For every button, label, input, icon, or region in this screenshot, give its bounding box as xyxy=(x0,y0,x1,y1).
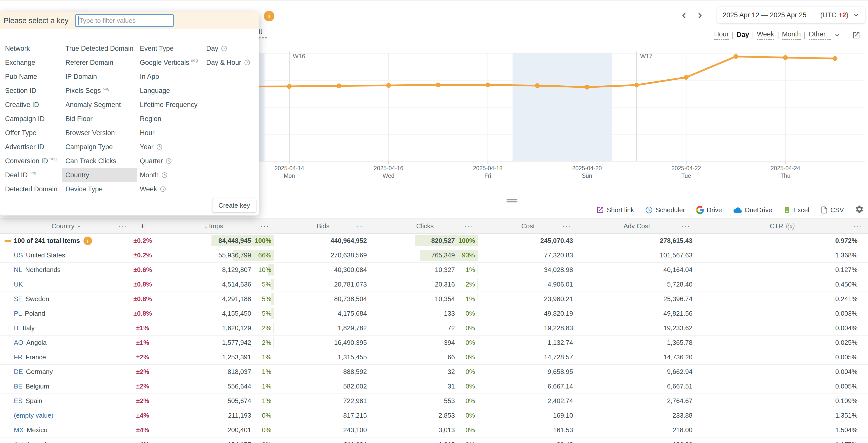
key-item-google-verticals[interactable]: Google Verticalsseg xyxy=(136,56,202,70)
data-point[interactable] xyxy=(535,83,540,88)
key-item-day[interactable]: Day xyxy=(203,41,254,56)
info-icon[interactable]: i xyxy=(84,237,92,245)
table-row[interactable]: DEGermany±2%818,0371%888,592320%9,658.95… xyxy=(0,365,868,379)
data-point[interactable] xyxy=(436,82,440,87)
key-item-event-type[interactable]: Event Type xyxy=(136,41,202,56)
table-total-row[interactable]: 100 of 241 total itemsi±0.2%84,448,94510… xyxy=(0,234,868,248)
key-item-lifetime-frequency[interactable]: Lifetime Frequency xyxy=(136,98,202,112)
gear-icon[interactable] xyxy=(855,205,864,215)
table-row[interactable]: USUnited States±0.2%55,936,79966%270,638… xyxy=(0,248,868,263)
data-point[interactable] xyxy=(684,75,689,79)
key-item-exchange[interactable]: Exchange xyxy=(1,56,61,70)
column-menu-icon[interactable]: ··· xyxy=(464,222,473,230)
key-item-bid-floor[interactable]: Bid Floor xyxy=(62,112,137,126)
key-item-section-id[interactable]: Section ID xyxy=(1,83,61,98)
key-item-campaign-type[interactable]: Campaign Type xyxy=(62,140,137,154)
key-item-week[interactable]: Week xyxy=(136,182,202,196)
open-in-new-icon[interactable] xyxy=(852,31,861,39)
data-point[interactable] xyxy=(485,82,490,87)
short-link-button[interactable]: Short link xyxy=(596,206,634,214)
column-header-cost[interactable]: Cost··· xyxy=(479,219,577,233)
granularity-hour[interactable]: Hour xyxy=(714,30,729,40)
key-filter-input[interactable] xyxy=(75,14,174,27)
key-item-can-track-clicks[interactable]: Can Track Clicks xyxy=(62,154,137,168)
column-menu-icon[interactable]: ··· xyxy=(356,222,365,230)
granularity-week[interactable]: Week xyxy=(757,30,774,40)
key-item-region[interactable]: Region xyxy=(136,112,202,126)
table-row[interactable]: FRFrance±2%1,253,3911%1,315,455660%14,72… xyxy=(0,350,868,365)
key-item-conversion-id[interactable]: Conversion IDseg xyxy=(1,154,61,168)
table-row[interactable]: MXMexico±4%200,4010%243,1003,0130%161.53… xyxy=(0,423,868,438)
key-item-day-hour[interactable]: Day & Hour xyxy=(203,56,254,70)
key-item-pub-name[interactable]: Pub Name xyxy=(1,70,61,83)
data-point[interactable] xyxy=(634,82,639,88)
data-point[interactable] xyxy=(336,83,341,88)
data-point[interactable] xyxy=(287,84,292,89)
key-item-month[interactable]: Month xyxy=(136,168,202,182)
key-item-language[interactable]: Language xyxy=(136,83,202,98)
data-point[interactable] xyxy=(833,56,837,61)
column-header-imps[interactable]: ↓Imps··· xyxy=(152,219,275,233)
key-item-network[interactable]: Network xyxy=(1,41,61,56)
table-row[interactable]: SESweden±0.8%4,291,1885%80,738,50410,354… xyxy=(0,292,868,306)
column-menu-icon[interactable]: ··· xyxy=(682,222,690,230)
key-item-advertiser-id[interactable]: Advertiser ID xyxy=(1,140,61,154)
key-item-offer-type[interactable]: Offer Type xyxy=(1,126,61,140)
key-item-anomaly-segment[interactable]: Anomaly Segment xyxy=(62,98,137,112)
key-item-creative-id[interactable]: Creative ID xyxy=(1,98,61,112)
key-item-quarter[interactable]: Quarter xyxy=(136,154,202,168)
column-header-bids[interactable]: Bids··· xyxy=(275,219,371,233)
data-point[interactable] xyxy=(386,83,391,88)
table-row[interactable]: (empty value)±4%211,1930%817,2152,8530%1… xyxy=(0,408,868,423)
table-row[interactable]: UK±0.8%4,514,6365%20,781,07320,3162%4,90… xyxy=(0,277,868,292)
key-item-device-type[interactable]: Device Type xyxy=(62,182,137,196)
excel-button[interactable]: Excel xyxy=(783,206,809,214)
granularity-month[interactable]: Month xyxy=(782,30,801,40)
date-range-picker[interactable]: 2025 Apr 12 — 2025 Apr 25 (UTC +2) xyxy=(717,7,865,23)
table-row[interactable]: AUAustralia±4%154,1570%311,9241,8150%89.… xyxy=(0,438,868,443)
table-row[interactable]: ESSpain±2%505,6741%722,9815530%2,402.742… xyxy=(0,394,868,408)
collapse-dash-icon[interactable] xyxy=(4,240,11,242)
table-row[interactable]: ITItaly±1%1,620,1292%1,829,782720%19,228… xyxy=(0,321,868,336)
next-range-button[interactable] xyxy=(694,10,706,21)
data-point[interactable] xyxy=(783,55,788,60)
key-item-year[interactable]: Year xyxy=(136,140,202,154)
table-row[interactable]: PLPoland±0.8%4,155,4505%4,175,6841330%49… xyxy=(0,306,868,321)
table-row[interactable]: BEBelgium±2%556,6441%582,002310%6,667.14… xyxy=(0,379,868,394)
key-item-country[interactable]: Country xyxy=(62,168,137,182)
key-item-detected-domain[interactable]: Detected Domain xyxy=(1,182,61,196)
drive-button[interactable]: Drive xyxy=(696,206,722,214)
csv-button[interactable]: CSV xyxy=(820,206,844,214)
scheduler-button[interactable]: Scheduler xyxy=(645,206,685,214)
onedrive-button[interactable]: OneDrive xyxy=(733,205,772,214)
key-item-browser-version[interactable]: Browser Version xyxy=(62,126,137,140)
column-header-ctr[interactable]: CTRf(x)··· xyxy=(696,219,868,233)
key-item-referer-domain[interactable]: Referer Domain xyxy=(62,56,137,70)
column-header-country[interactable]: Country⌄··· xyxy=(0,219,133,233)
table-row[interactable]: NLNetherlands±0.6%8,129,80710%40,300,084… xyxy=(0,263,868,277)
add-column-button[interactable]: + xyxy=(133,219,152,233)
column-menu-icon[interactable]: ··· xyxy=(853,222,862,230)
key-item-true-detected-domain[interactable]: True Detected Domain xyxy=(62,41,137,56)
column-menu-icon[interactable]: ··· xyxy=(260,222,269,230)
column-menu-icon[interactable]: ··· xyxy=(562,222,571,230)
granularity-other[interactable]: Other... xyxy=(809,30,831,40)
key-item-deal-id[interactable]: Deal IDseg xyxy=(1,168,61,182)
splitter-handle[interactable] xyxy=(506,199,518,203)
granularity-day[interactable]: Day xyxy=(737,31,749,40)
key-item-hour[interactable]: Hour xyxy=(136,126,202,140)
data-point[interactable] xyxy=(585,85,589,90)
prev-range-button[interactable] xyxy=(678,10,689,21)
data-point[interactable] xyxy=(734,54,738,59)
key-item-in-app[interactable]: In App xyxy=(136,70,202,83)
create-key-button[interactable]: Create key xyxy=(213,198,256,212)
column-header-clicks[interactable]: Clicks··· xyxy=(371,219,479,233)
column-header-adv-cost[interactable]: Adv Cost··· xyxy=(577,219,696,233)
column-menu-icon[interactable]: ··· xyxy=(118,222,127,230)
key-item-ip-domain[interactable]: IP Domain xyxy=(62,70,137,83)
key-item-pixels-segs[interactable]: Pixels Segsseg xyxy=(62,83,137,98)
info-icon[interactable]: i xyxy=(264,11,274,21)
key-item-campaign-id[interactable]: Campaign ID xyxy=(1,112,61,126)
table-row[interactable]: AOAngola±1%1,577,9422%16,490,3953940%1,1… xyxy=(0,336,868,350)
chart-legend-partial[interactable]: ft xyxy=(258,28,267,38)
